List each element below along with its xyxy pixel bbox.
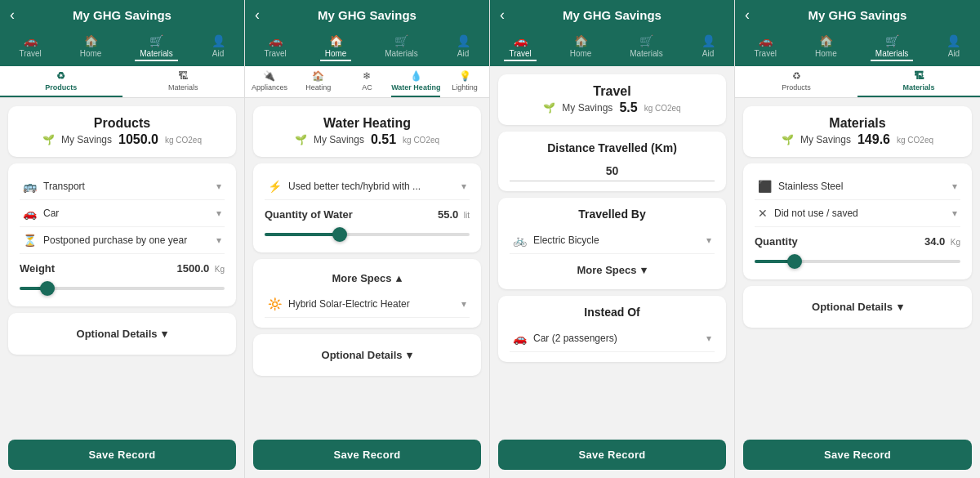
select-transport[interactable]: 🚌 Transport ▾: [20, 173, 225, 200]
optional-card-2: Optional Details ▾: [253, 334, 481, 376]
savings-card-2: Water Heating 🌱 My Savings 0.51 kg CO2eq: [253, 106, 481, 157]
home-icon-4: 🏠: [819, 34, 833, 47]
transport-left: 🚌 Transport: [23, 180, 85, 193]
sub-tab-materials-1[interactable]: 🏗 Materials: [122, 66, 245, 97]
distance-input[interactable]: [510, 161, 715, 181]
sub-tab-ac[interactable]: ❄ AC: [343, 66, 392, 97]
back-button-3[interactable]: ‹: [500, 7, 505, 24]
more-specs-row-3[interactable]: More Specs ▾: [510, 261, 715, 279]
nav-home-3[interactable]: 🏠 Home: [565, 33, 597, 61]
leaf-icon-2: 🌱: [295, 134, 307, 145]
select-postponed[interactable]: ⏳ Postponed purchase by one year ▾: [20, 227, 225, 254]
postponed-left: ⏳ Postponed purchase by one year: [23, 234, 187, 247]
panel-travel: ‹ My GHG Savings 🚗 Travel 🏠 Home 🛒 Mater…: [490, 0, 735, 478]
nav-home-1[interactable]: 🏠 Home: [75, 33, 107, 61]
more-specs-row-2[interactable]: More Specs ▴: [265, 269, 470, 288]
select-stainless-steel[interactable]: ⬛ Stainless Steel ▾: [755, 173, 960, 200]
optional-label-1: Optional Details: [77, 328, 158, 340]
weight-slider-1[interactable]: [20, 280, 225, 297]
back-button-4[interactable]: ‹: [745, 7, 750, 24]
materials-icon-2: 🛒: [394, 34, 408, 47]
quantity-materials-label-row: Quantity 34.0 Kg: [755, 234, 960, 248]
heating-icon: 🏠: [312, 70, 324, 82]
select-did-not-use[interactable]: ✕ Did not use / saved ▾: [755, 200, 960, 227]
nav-materials-3[interactable]: 🛒 Materials: [625, 33, 668, 61]
nav-travel-1[interactable]: 🚗 Travel: [14, 33, 46, 61]
select-car-passengers[interactable]: 🚗 Car (2 passengers) ▾: [510, 325, 715, 352]
nav-aid-2[interactable]: 👤 Aid: [452, 33, 475, 61]
sub-tab-heating[interactable]: 🏠 Heating: [294, 66, 343, 97]
quantity-water-section: Quantity of Water 55.0 lit: [265, 207, 470, 243]
back-button-1[interactable]: ‹: [10, 7, 15, 24]
nav-travel-label-4: Travel: [755, 49, 777, 58]
nav-materials-label-4: Materials: [875, 49, 909, 58]
savings-unit-2: kg CO2eq: [403, 136, 439, 145]
save-button-1[interactable]: Save Record: [8, 440, 236, 470]
stainless-steel-left: ⬛ Stainless Steel: [758, 180, 843, 193]
weight-label-row-1: Weight 1500.0 Kg: [20, 261, 225, 275]
better-tech-chevron: ▾: [461, 181, 466, 192]
bicycle-chevron: ▾: [706, 235, 711, 246]
nav-materials-1[interactable]: 🛒 Materials: [135, 33, 178, 61]
savings-value-2: 0.51: [371, 132, 396, 147]
save-button-3[interactable]: Save Record: [498, 440, 726, 470]
nav-materials-4[interactable]: 🛒 Materials: [871, 33, 914, 61]
optional-row-1[interactable]: Optional Details ▾: [20, 323, 225, 345]
nav-home-label-1: Home: [80, 49, 102, 58]
materials-slider-thumb[interactable]: [787, 254, 802, 269]
nav-home-4[interactable]: 🏠 Home: [810, 33, 842, 61]
optional-label-4: Optional Details: [812, 301, 893, 313]
optional-row-4[interactable]: Optional Details ▾: [755, 296, 960, 318]
savings-title-4: Materials: [755, 116, 960, 131]
sub-tabs-4: ♻ Products 🏗 Materials: [735, 66, 980, 98]
water-slider[interactable]: [265, 226, 470, 243]
nav-travel-label-3: Travel: [509, 49, 531, 58]
nav-aid-4[interactable]: 👤 Aid: [942, 33, 965, 61]
nav-travel-2[interactable]: 🚗 Travel: [259, 33, 291, 61]
stainless-steel-icon: ⬛: [758, 180, 772, 193]
nav-materials-2[interactable]: 🛒 Materials: [380, 33, 423, 61]
travel-icon-1: 🚗: [24, 34, 38, 47]
panel-materials: ‹ My GHG Savings 🚗 Travel 🏠 Home 🛒 Mater…: [735, 0, 980, 478]
save-button-4[interactable]: Save Record: [743, 440, 972, 470]
select-better-tech[interactable]: ⚡ Used better tech/hybrid with ... ▾: [265, 173, 470, 200]
savings-value-3: 5.5: [619, 101, 637, 115]
optional-card-1: Optional Details ▾: [8, 313, 236, 355]
select-car[interactable]: 🚗 Car ▾: [20, 200, 225, 227]
nav-aid-1[interactable]: 👤 Aid: [207, 33, 230, 61]
materials-icon-3: 🛒: [639, 34, 653, 47]
nav-travel-3[interactable]: 🚗 Travel: [504, 33, 536, 61]
nav-home-label-2: Home: [325, 49, 347, 58]
sub-tab-appliances[interactable]: 🔌 Appliances: [245, 66, 294, 97]
weight-value-1: 1500.0: [177, 262, 210, 275]
sub-tab-products-1[interactable]: ♻ Products: [0, 66, 122, 97]
quantity-water-value-display: 55.0 lit: [438, 207, 470, 221]
nav-aid-label-4: Aid: [948, 49, 960, 58]
optional-row-2[interactable]: Optional Details ▾: [265, 344, 470, 366]
optional-label-2: Optional Details: [322, 349, 403, 361]
back-button-2[interactable]: ‹: [255, 7, 260, 24]
nav-aid-3[interactable]: 👤 Aid: [697, 33, 720, 61]
content-1: Products 🌱 My Savings 1050.0 kg CO2eq 🚌 …: [0, 98, 244, 433]
water-slider-thumb[interactable]: [332, 227, 347, 242]
nav-home-2[interactable]: 🏠 Home: [320, 33, 352, 61]
nav-aid-label-1: Aid: [212, 49, 224, 58]
sub-tab-products-4[interactable]: ♻ Products: [735, 66, 858, 97]
save-button-2[interactable]: Save Record: [253, 440, 481, 470]
weight-slider-thumb-1[interactable]: [40, 281, 55, 296]
nav-travel-4[interactable]: 🚗 Travel: [750, 33, 782, 61]
optional-chevron-1: ▾: [162, 328, 167, 340]
savings-label-3: My Savings: [562, 102, 612, 114]
appliances-icon: 🔌: [263, 70, 275, 82]
select-electric-bicycle[interactable]: 🚲 Electric Bicycle ▾: [510, 227, 715, 254]
header-title-1: My GHG Savings: [73, 8, 172, 22]
select-hybrid-solar[interactable]: 🔆 Hybrid Solar-Electric Heater ▾: [265, 291, 470, 318]
sub-tab-lighting[interactable]: 💡 Lighting: [440, 66, 489, 97]
header-title-2: My GHG Savings: [318, 8, 416, 22]
sub-tab-water-heating[interactable]: 💧 Water Heating: [391, 66, 440, 97]
sub-tab-materials-4[interactable]: 🏗 Materials: [858, 66, 980, 97]
materials-icon-4: 🛒: [885, 34, 899, 47]
materials-slider[interactable]: [755, 253, 960, 270]
nav-materials-label-2: Materials: [385, 49, 418, 58]
instead-of-card: Instead Of 🚗 Car (2 passengers) ▾: [498, 296, 726, 362]
